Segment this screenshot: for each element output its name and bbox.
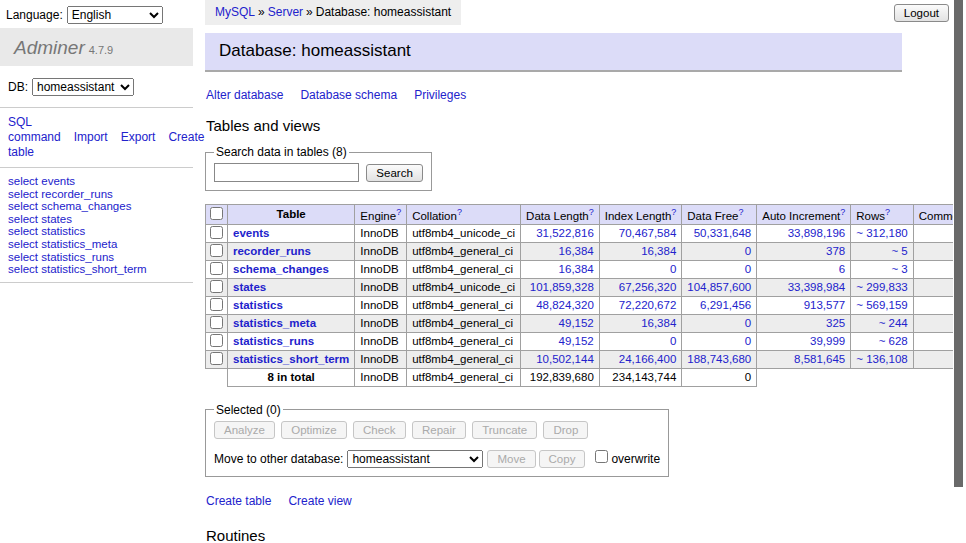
breadcrumb-mysql-link[interactable]: MySQL: [215, 5, 255, 19]
auto-increment-link[interactable]: 39,999: [810, 335, 845, 347]
auto-increment-link[interactable]: 33,898,196: [788, 227, 846, 239]
rows-count-link[interactable]: ~ 3: [891, 263, 907, 275]
index-length-link[interactable]: 16,384: [641, 317, 676, 329]
truncate-button[interactable]: Truncate: [472, 421, 537, 439]
auto-increment-link[interactable]: 378: [826, 245, 845, 257]
data-free-link[interactable]: 0: [745, 263, 751, 275]
table-name-link[interactable]: statistics_runs: [233, 335, 314, 347]
table-name-link[interactable]: statistics_short_term: [233, 353, 349, 365]
row-checkbox[interactable]: [210, 226, 223, 239]
row-checkbox[interactable]: [210, 244, 223, 257]
data-length-link[interactable]: 10,502,144: [536, 353, 594, 365]
table-name-link[interactable]: schema_changes: [233, 263, 329, 275]
alter-database-link[interactable]: Alter database: [206, 88, 283, 102]
data-free-link[interactable]: 6,291,456: [700, 299, 751, 311]
data-length-link[interactable]: 101,859,328: [530, 281, 594, 293]
auto-increment-link[interactable]: 8,581,645: [794, 353, 845, 365]
sidebar-item-select-schema-changes[interactable]: select schema_changes: [8, 200, 193, 213]
privileges-link[interactable]: Privileges: [414, 88, 466, 102]
row-checkbox[interactable]: [210, 280, 223, 293]
sql-command-link[interactable]: SQL command: [8, 115, 61, 144]
help-icon[interactable]: ?: [840, 207, 845, 217]
sidebar-item-select-events[interactable]: select events: [8, 175, 193, 188]
table-name-link[interactable]: recorder_runs: [233, 245, 311, 257]
data-length-link[interactable]: 49,152: [559, 317, 594, 329]
help-icon[interactable]: ?: [589, 207, 594, 217]
index-length-link[interactable]: 0: [670, 263, 676, 275]
index-length-link[interactable]: 70,467,584: [619, 227, 677, 239]
index-length-link[interactable]: 0: [670, 335, 676, 347]
total-label: 8 in total: [228, 368, 355, 386]
auto-increment-link[interactable]: 6: [839, 263, 845, 275]
data-free-link[interactable]: 104,857,600: [687, 281, 751, 293]
table-name-link[interactable]: statistics_meta: [233, 317, 316, 329]
rows-count-link[interactable]: ~ 628: [879, 335, 908, 347]
move-button[interactable]: Move: [487, 450, 535, 468]
data-free-link[interactable]: 0: [745, 245, 751, 257]
index-length-link[interactable]: 72,220,672: [619, 299, 677, 311]
row-checkbox[interactable]: [210, 262, 223, 275]
index-length-link[interactable]: 16,384: [641, 245, 676, 257]
analyze-button[interactable]: Analyze: [214, 421, 275, 439]
index-length-link[interactable]: 24,166,400: [619, 353, 677, 365]
db-select[interactable]: homeassistant: [32, 78, 134, 96]
data-length-link[interactable]: 31,522,816: [536, 227, 594, 239]
optimize-button[interactable]: Optimize: [281, 421, 346, 439]
auto-increment-link[interactable]: 913,577: [804, 299, 846, 311]
sidebar-item-select-statistics-meta[interactable]: select statistics_meta: [8, 238, 193, 251]
logout-button[interactable]: Logout: [894, 4, 949, 22]
breadcrumb-server-link[interactable]: Server: [268, 5, 303, 19]
help-icon[interactable]: ?: [457, 207, 462, 217]
search-input[interactable]: [214, 163, 359, 182]
move-db-select[interactable]: homeassistant: [347, 450, 483, 468]
index-length-link[interactable]: 67,256,320: [619, 281, 677, 293]
export-link[interactable]: Export: [121, 130, 156, 144]
rows-count-link[interactable]: ~ 312,180: [856, 227, 907, 239]
repair-button[interactable]: Repair: [412, 421, 466, 439]
select-all-checkbox[interactable]: [210, 207, 223, 220]
help-icon[interactable]: ?: [671, 207, 676, 217]
data-length-link[interactable]: 16,384: [559, 263, 594, 275]
rows-count-link[interactable]: ~ 136,108: [856, 353, 907, 365]
auto-increment-link[interactable]: 33,398,984: [788, 281, 846, 293]
database-schema-link[interactable]: Database schema: [300, 88, 397, 102]
drop-button[interactable]: Drop: [543, 421, 588, 439]
search-button[interactable]: Search: [366, 164, 422, 182]
sidebar-item-select-recorder-runs[interactable]: select recorder_runs: [8, 188, 193, 201]
data-length-link[interactable]: 16,384: [559, 245, 594, 257]
help-icon[interactable]: ?: [396, 207, 401, 217]
help-icon[interactable]: ?: [738, 207, 743, 217]
data-length-link[interactable]: 49,152: [559, 335, 594, 347]
table-name-link[interactable]: events: [233, 227, 269, 239]
row-checkbox[interactable]: [210, 316, 223, 329]
auto-increment-link[interactable]: 325: [826, 317, 845, 329]
row-checkbox[interactable]: [210, 334, 223, 347]
rows-count-link[interactable]: ~ 569,159: [856, 299, 907, 311]
language-select[interactable]: English: [67, 6, 163, 24]
row-checkbox[interactable]: [210, 298, 223, 311]
sidebar-item-select-statistics[interactable]: select statistics: [8, 225, 193, 238]
rows-count-link[interactable]: ~ 299,833: [856, 281, 907, 293]
sidebar-item-select-statistics-short-term[interactable]: select statistics_short_term: [8, 263, 193, 276]
table-name-link[interactable]: states: [233, 281, 266, 293]
copy-button[interactable]: Copy: [539, 450, 586, 468]
overwrite-checkbox[interactable]: [595, 450, 608, 463]
check-button[interactable]: Check: [353, 421, 406, 439]
rows-count-link[interactable]: ~ 244: [879, 317, 908, 329]
row-checkbox[interactable]: [210, 352, 223, 365]
create-view-link[interactable]: Create view: [288, 494, 351, 508]
help-icon[interactable]: ?: [885, 207, 890, 217]
data-free-link[interactable]: 188,743,680: [687, 353, 751, 365]
sidebar-item-select-states[interactable]: select states: [8, 213, 193, 226]
data-free-link[interactable]: 0: [745, 335, 751, 347]
create-table-link[interactable]: Create table: [206, 494, 271, 508]
sidebar-item-select-statistics-runs[interactable]: select statistics_runs: [8, 251, 193, 264]
import-link[interactable]: Import: [74, 130, 108, 144]
table-name-link[interactable]: statistics: [233, 299, 283, 311]
data-length-link[interactable]: 48,824,320: [536, 299, 594, 311]
data-free-link[interactable]: 50,331,648: [694, 227, 752, 239]
vertical-scrollbar-track[interactable]: [953, 0, 966, 543]
rows-count-link[interactable]: ~ 5: [891, 245, 907, 257]
data-free-link[interactable]: 0: [745, 317, 751, 329]
vertical-scrollbar-thumb[interactable]: [954, 0, 963, 487]
